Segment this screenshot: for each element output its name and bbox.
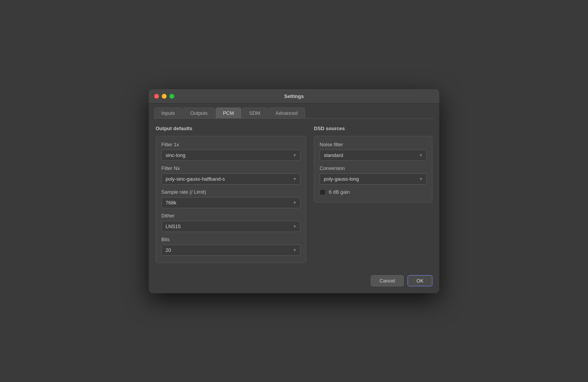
tab-advanced[interactable]: Advanced — [268, 108, 305, 118]
filter1x-select-wrapper: sinc-long sinc-medium sinc-fast linear n… — [161, 150, 300, 161]
output-defaults-box: Filter 1x sinc-long sinc-medium sinc-fas… — [156, 136, 306, 263]
titlebar: Settings — [149, 89, 439, 104]
filter1x-label: Filter 1x — [161, 142, 300, 147]
tab-sdm[interactable]: SDM — [242, 108, 268, 118]
sample-rate-select-wrapper: 768k 384k 192k 96k 48k 44.1k ▼ — [161, 197, 300, 208]
minimize-button[interactable] — [162, 94, 167, 99]
dither-label: Dither — [161, 213, 300, 219]
filterNx-label: Filter Nx — [161, 165, 300, 171]
main-content: Output defaults Filter 1x sinc-long sinc… — [149, 119, 439, 270]
sample-rate-label: Sample rate (/ Limit) — [161, 189, 300, 195]
filter1x-select[interactable]: sinc-long sinc-medium sinc-fast linear n… — [161, 150, 300, 161]
dither-select-wrapper: LNS15 LNS11 TPDF none ▼ — [161, 221, 300, 232]
tab-inputs[interactable]: Inputs — [154, 108, 182, 118]
dsd-sources-box: Noise filter standard low high none ▼ Co… — [314, 136, 432, 202]
cancel-button[interactable]: Cancel — [371, 275, 404, 286]
right-panel: DSD sources Noise filter standard low hi… — [314, 126, 432, 263]
close-button[interactable] — [154, 94, 159, 99]
left-panel: Output defaults Filter 1x sinc-long sinc… — [156, 126, 306, 263]
traffic-lights — [154, 94, 174, 99]
bits-label: Bits — [161, 237, 300, 242]
gain6db-row: 6 dB gain — [320, 189, 427, 195]
dither-select[interactable]: LNS15 LNS11 TPDF none — [161, 221, 300, 232]
gain6db-checkbox[interactable] — [320, 189, 326, 195]
conversion-select[interactable]: poly-gauss-long poly-gauss sinc-long lin… — [320, 173, 427, 184]
noise-filter-select-wrapper: standard low high none ▼ — [320, 150, 427, 161]
output-defaults-title: Output defaults — [156, 126, 306, 131]
ok-button[interactable]: OK — [408, 275, 432, 286]
window-title: Settings — [284, 93, 304, 99]
gain6db-label: 6 dB gain — [329, 189, 350, 195]
bits-select[interactable]: 20 24 16 32 — [161, 245, 300, 256]
dsd-sources-title: DSD sources — [314, 126, 432, 131]
tab-outputs[interactable]: Outputs — [183, 108, 215, 118]
filterNx-select-wrapper: poly-sinc-gauss-halfband-s poly-sinc-gau… — [161, 173, 300, 184]
noise-filter-select[interactable]: standard low high none — [320, 150, 427, 161]
footer: Cancel OK — [149, 270, 439, 293]
conversion-label: Conversion — [320, 165, 427, 171]
filterNx-select[interactable]: poly-sinc-gauss-halfband-s poly-sinc-gau… — [161, 173, 300, 184]
tab-pcm[interactable]: PCM — [216, 108, 241, 118]
tab-bar: Inputs Outputs PCM SDM Advanced — [149, 104, 439, 118]
settings-window: Settings Inputs Outputs PCM SDM Advanced… — [149, 89, 439, 293]
sample-rate-select[interactable]: 768k 384k 192k 96k 48k 44.1k — [161, 197, 300, 208]
maximize-button[interactable] — [169, 94, 174, 99]
conversion-select-wrapper: poly-gauss-long poly-gauss sinc-long lin… — [320, 173, 427, 184]
noise-filter-label: Noise filter — [320, 142, 427, 147]
bits-select-wrapper: 20 24 16 32 ▼ — [161, 245, 300, 256]
